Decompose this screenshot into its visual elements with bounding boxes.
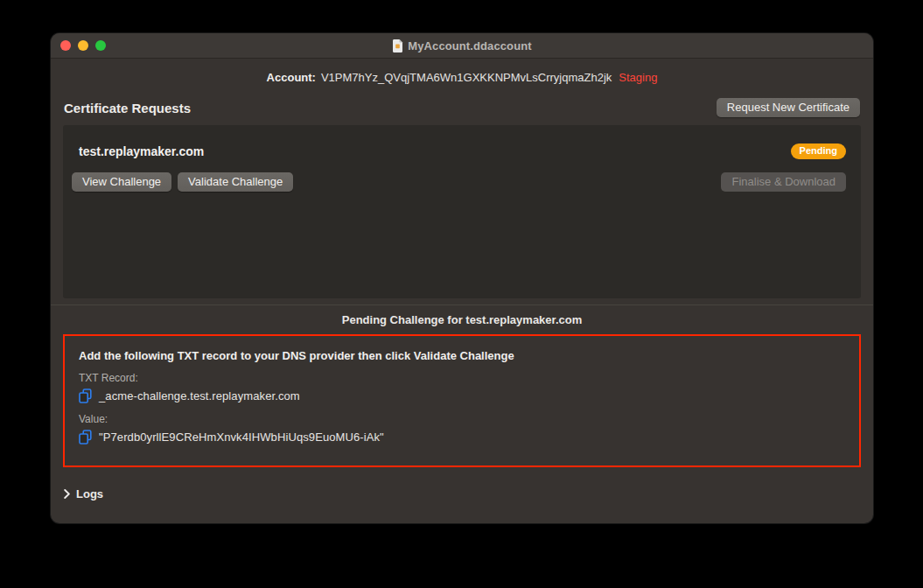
traffic-lights bbox=[60, 33, 106, 58]
request-actions: View Challenge Validate Challenge Finali… bbox=[72, 172, 846, 192]
window-title: MyAccount.ddaccount bbox=[408, 39, 531, 52]
window-titlebar[interactable]: MyAccount.ddaccount bbox=[51, 33, 873, 59]
section-divider bbox=[51, 304, 873, 305]
request-domain: test.replaymaker.com bbox=[79, 144, 204, 158]
chevron-right-icon bbox=[64, 489, 70, 499]
account-label: Account: bbox=[267, 71, 316, 84]
txt-record-label: TXT Record: bbox=[79, 372, 843, 384]
logs-label: Logs bbox=[76, 487, 103, 500]
account-id: V1PM7hYz_QVqjTMA6Wn1GXKKNPMvLsCrryjqmaZh… bbox=[321, 71, 612, 84]
window-title-group: MyAccount.ddaccount bbox=[392, 39, 531, 52]
close-window-button[interactable] bbox=[60, 40, 71, 51]
certificate-requests-header: Certificate Requests Request New Certifi… bbox=[51, 98, 873, 117]
account-row: Account:V1PM7hYz_QVqjTMA6Wn1GXKKNPMvLsCr… bbox=[51, 71, 873, 84]
copy-icon[interactable] bbox=[79, 388, 92, 403]
app-window: MyAccount.ddaccount Account:V1PM7hYz_QVq… bbox=[51, 33, 873, 523]
certificate-requests-list: test.replaymaker.com Pending View Challe… bbox=[63, 125, 861, 298]
txt-record-row: _acme-challenge.test.replaymaker.com bbox=[79, 388, 843, 403]
value-label: Value: bbox=[79, 413, 843, 425]
challenge-heading: Pending Challenge for test.replaymaker.c… bbox=[51, 313, 873, 326]
certificate-request-row: test.replaymaker.com Pending bbox=[79, 125, 846, 159]
status-badge: Pending bbox=[791, 144, 846, 159]
zoom-window-button[interactable] bbox=[95, 40, 106, 51]
request-new-certificate-button[interactable]: Request New Certificate bbox=[717, 98, 860, 117]
view-challenge-button[interactable]: View Challenge bbox=[72, 172, 171, 192]
finalise-download-button: Finalise & Download bbox=[721, 172, 846, 192]
minimize-window-button[interactable] bbox=[78, 40, 88, 51]
challenge-instructions: Add the following TXT record to your DNS… bbox=[79, 349, 843, 362]
document-icon bbox=[392, 39, 403, 52]
logs-disclosure[interactable]: Logs bbox=[64, 487, 103, 500]
section-title: Certificate Requests bbox=[64, 101, 191, 116]
validate-challenge-button[interactable]: Validate Challenge bbox=[178, 172, 293, 192]
txt-record-value[interactable]: _acme-challenge.test.replaymaker.com bbox=[99, 389, 300, 402]
challenge-details-box: Add the following TXT record to your DNS… bbox=[63, 334, 861, 467]
account-environment-badge: Staging bbox=[619, 71, 657, 84]
value-row: "P7erdb0yrllE9CReHmXnvk4IHWbHiUqs9EuoMU6… bbox=[79, 430, 843, 444]
copy-icon[interactable] bbox=[79, 430, 92, 444]
challenge-value[interactable]: "P7erdb0yrllE9CReHmXnvk4IHWbHiUqs9EuoMU6… bbox=[99, 430, 384, 444]
